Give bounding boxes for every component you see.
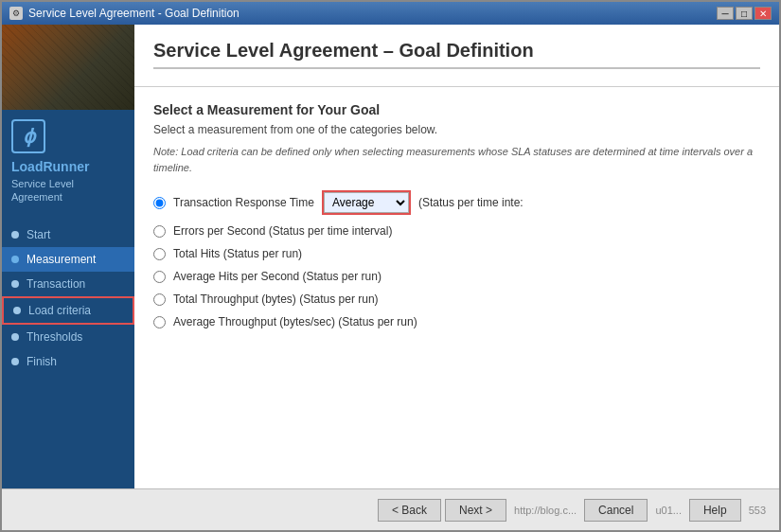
nav-dot bbox=[11, 358, 19, 365]
window-icon: ⚙ bbox=[9, 7, 23, 20]
dropdown-suffix: (Status per time inte: bbox=[418, 196, 524, 209]
sidebar-item-finish[interactable]: Finish bbox=[2, 349, 134, 374]
back-button[interactable]: < Back bbox=[378, 499, 441, 522]
main-title: Service Level Agreement – Goal Definitio… bbox=[153, 40, 760, 69]
measurement-label-total-hits: Total Hits (Status per run) bbox=[173, 247, 302, 260]
measurement-option-average-hits-per-second: Average Hits per Second (Status per run) bbox=[153, 270, 760, 283]
nav-dot bbox=[13, 307, 21, 314]
title-bar-controls: ─ □ ✕ bbox=[717, 7, 772, 20]
measurement-label-total-throughput: Total Throughput (bytes) (Status per run… bbox=[173, 293, 379, 306]
title-bar-left: ⚙ Service Level Agreement - Goal Definit… bbox=[9, 7, 240, 20]
watermark3: 553 bbox=[749, 505, 766, 516]
sidebar-product-sub: Service LevelAgreement bbox=[11, 177, 74, 204]
sidebar-image-overlay bbox=[2, 25, 134, 110]
radio-errors-per-second[interactable] bbox=[153, 225, 166, 238]
sidebar-item-thresholds[interactable]: Thresholds bbox=[2, 325, 134, 349]
radio-total-hits[interactable] bbox=[153, 248, 166, 260]
maximize-button[interactable]: □ bbox=[736, 7, 753, 20]
sidebar-item-load-criteria[interactable]: Load criteria bbox=[2, 296, 134, 325]
measurement-label-transaction-response-time: Transaction Response Time bbox=[173, 196, 314, 209]
measurement-label-average-throughput: Average Throughput (bytes/sec) (Status p… bbox=[173, 315, 417, 328]
sidebar-logo-area: ϕ LoadRunner Service LevelAgreement bbox=[2, 110, 134, 213]
measurement-option-average-throughput: Average Throughput (bytes/sec) (Status p… bbox=[153, 315, 760, 328]
measurement-option-total-throughput: Total Throughput (bytes) (Status per run… bbox=[153, 293, 760, 306]
radio-average-hits-per-second[interactable] bbox=[153, 271, 166, 283]
radio-transaction-response-time[interactable] bbox=[153, 197, 166, 209]
sidebar-nav: StartMeasurementTransactionLoad criteria… bbox=[2, 213, 134, 488]
nav-item-label: Start bbox=[27, 228, 50, 241]
main-body: Select a Measurement for Your Goal Selec… bbox=[134, 87, 779, 488]
window-title: Service Level Agreement - Goal Definitio… bbox=[28, 7, 240, 20]
nav-item-label: Load criteria bbox=[28, 304, 91, 317]
section-title: Select a Measurement for Your Goal bbox=[153, 102, 760, 117]
sidebar-item-transaction[interactable]: Transaction bbox=[2, 272, 134, 296]
hp-text: ϕ bbox=[23, 125, 35, 148]
measurement-option-total-hits: Total Hits (Status per run) bbox=[153, 247, 760, 260]
nav-dot bbox=[11, 280, 19, 288]
measurement-option-errors-per-second: Errors per Second (Status per time inter… bbox=[153, 224, 760, 238]
measurements-container: Transaction Response TimeAverageMinimumM… bbox=[153, 190, 760, 328]
sidebar-item-measurement[interactable]: Measurement bbox=[2, 247, 134, 272]
measurement-label-average-hits-per-second: Average Hits per Second (Status per run) bbox=[173, 270, 382, 283]
nav-dot bbox=[11, 333, 19, 341]
main-header: Service Level Agreement – Goal Definitio… bbox=[134, 25, 779, 87]
cancel-button[interactable]: Cancel bbox=[584, 499, 648, 522]
minimize-button[interactable]: ─ bbox=[717, 7, 734, 20]
content-area: ϕ LoadRunner Service LevelAgreement Star… bbox=[2, 25, 779, 488]
watermark: http://blog.c... bbox=[514, 505, 577, 516]
measurement-option-transaction-response-time: Transaction Response TimeAverageMinimumM… bbox=[153, 190, 760, 215]
nav-item-label: Transaction bbox=[27, 277, 85, 291]
section-subtitle: Select a measurement from one of the cat… bbox=[153, 123, 760, 136]
watermark2: u01... bbox=[655, 505, 682, 516]
nav-item-label: Measurement bbox=[27, 253, 96, 266]
title-bar: ⚙ Service Level Agreement - Goal Definit… bbox=[2, 2, 779, 25]
main-window: ⚙ Service Level Agreement - Goal Definit… bbox=[0, 0, 781, 532]
hp-logo: ϕ bbox=[11, 119, 45, 153]
radio-total-throughput[interactable] bbox=[153, 293, 166, 306]
next-button[interactable]: Next > bbox=[445, 499, 506, 522]
close-button[interactable]: ✕ bbox=[754, 7, 772, 20]
radio-average-throughput[interactable] bbox=[153, 316, 166, 328]
footer: < Back Next > http://blog.c... Cancel u0… bbox=[2, 488, 779, 530]
main-panel: Service Level Agreement – Goal Definitio… bbox=[134, 25, 779, 488]
help-button[interactable]: Help bbox=[689, 499, 741, 522]
measurement-dropdown[interactable]: AverageMinimumMaximumPercentile bbox=[324, 192, 409, 213]
note-text: Note: Load criteria can be defined only … bbox=[153, 144, 760, 175]
nav-item-label: Thresholds bbox=[27, 330, 82, 344]
sidebar: ϕ LoadRunner Service LevelAgreement Star… bbox=[2, 25, 134, 488]
sidebar-image bbox=[2, 25, 134, 110]
dropdown-highlight-wrapper: AverageMinimumMaximumPercentile bbox=[322, 190, 411, 215]
nav-item-label: Finish bbox=[27, 355, 57, 368]
sidebar-item-start[interactable]: Start bbox=[2, 222, 134, 247]
measurement-label-errors-per-second: Errors per Second (Status per time inter… bbox=[173, 224, 392, 238]
sidebar-product-name: LoadRunner bbox=[11, 159, 89, 175]
nav-dot bbox=[11, 231, 19, 239]
nav-dot bbox=[11, 256, 19, 263]
